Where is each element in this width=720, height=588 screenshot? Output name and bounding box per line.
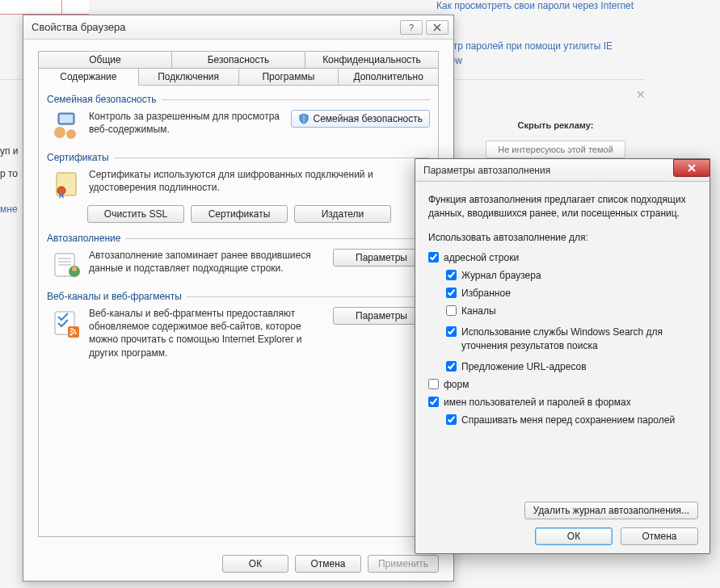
delete-autofill-history-button[interactable]: Удалить журнал автозаполнения...	[524, 502, 698, 519]
checkbox-label: имен пользователей и паролей в формах	[444, 396, 631, 409]
close-icon	[686, 163, 697, 173]
certificate-icon	[50, 168, 82, 200]
clear-ssl-button[interactable]: Очистить SSL	[87, 205, 184, 223]
help-button[interactable]: ?	[400, 20, 423, 35]
ok-button[interactable]: ОК	[535, 527, 613, 545]
checkbox-label: Предложение URL-адресов	[461, 360, 587, 373]
group-title: Веб-каналы и веб-фрагменты	[47, 291, 182, 302]
bg-link[interactable]: orer	[436, 15, 634, 26]
group-text: Сертификаты используются для шифрованных…	[89, 168, 430, 194]
group-feeds: Веб-каналы и веб-фрагменты	[47, 291, 430, 359]
tab-panel-content: Семейная безопасность Контрол	[38, 85, 439, 537]
group-title: Сертификаты	[47, 152, 109, 163]
tab-programs[interactable]: Программы	[238, 68, 339, 86]
family-safety-icon	[50, 110, 82, 142]
check-address-bar: адресной строки	[428, 251, 697, 264]
close-button[interactable]	[426, 20, 448, 35]
tab-security[interactable]: Безопасность	[171, 51, 305, 68]
check-forms: форм	[428, 378, 697, 391]
bg-sidebar-links: Как просмотреть свои пароли через Intern…	[436, 0, 634, 81]
dialog-footer: ОК Отмена Применить	[23, 547, 453, 581]
dialog-title: Параметры автозаполнения	[423, 165, 673, 176]
shield-icon	[298, 113, 309, 124]
ok-button[interactable]: ОК	[222, 555, 288, 573]
bg-hide-ad-label: Скрыть рекламу:	[518, 120, 594, 130]
dialog-footer: Удалить журнал автозаполнения... ОК Отме…	[415, 494, 709, 553]
group-certificates: Сертификаты Сертификаты используются для…	[47, 152, 430, 223]
group-text: Веб-каналы и веб-фрагменты предоставляют…	[89, 307, 333, 359]
group-text: Автозаполнение запоминает ранее вводивши…	[89, 249, 333, 275]
checkbox[interactable]	[428, 379, 439, 389]
checkbox[interactable]	[446, 414, 457, 425]
group-title: Автозаполнение	[47, 233, 120, 244]
checkbox[interactable]	[446, 361, 457, 372]
bg-link[interactable]: Как просмотреть свои пароли через Intern…	[436, 0, 634, 11]
checkbox-label: Использование службы Windows Search для …	[461, 326, 697, 351]
check-channels: Каналы	[446, 304, 697, 317]
svg-point-2	[54, 127, 65, 138]
checkbox-label: Журнал браузера	[461, 269, 541, 282]
tab-general[interactable]: Общие	[38, 51, 172, 68]
bg-close-ad-icon[interactable]: ✕	[635, 89, 646, 100]
tab-strip: Общие Безопасность Конфиденциальность Со…	[38, 51, 439, 537]
group-family-safety: Семейная безопасность Контрол	[47, 94, 430, 142]
svg-rect-13	[68, 326, 79, 338]
dialog-titlebar: Параметры автозаполнения	[415, 159, 709, 182]
checkbox-label: форм	[444, 378, 469, 391]
close-icon	[432, 23, 442, 32]
checkbox[interactable]	[446, 326, 457, 337]
cancel-button[interactable]: Отмена	[295, 555, 361, 573]
publishers-button[interactable]: Издатели	[294, 205, 391, 223]
checkbox-label: Каналы	[461, 304, 496, 317]
bg-link[interactable]: sView	[436, 55, 634, 66]
autofill-use-label: Использовать автозаполнение для:	[428, 232, 697, 243]
checkbox[interactable]	[428, 252, 439, 262]
browser-properties-dialog: Свойства браузера ? Общие Безопасность К…	[23, 15, 454, 582]
tab-connections[interactable]: Подключения	[138, 68, 239, 86]
autofill-description: Функция автозаполнения предлагает список…	[428, 193, 697, 220]
checkbox[interactable]	[428, 397, 439, 407]
checkbox-label: Спрашивать меня перед сохранением пароле…	[461, 414, 675, 426]
apply-button[interactable]: Применить	[368, 555, 439, 573]
check-url-suggest: Предложение URL-адресов	[446, 360, 697, 373]
dialog-titlebar: Свойства браузера ?	[23, 15, 453, 40]
group-title: Семейная безопасность	[47, 94, 157, 105]
check-windows-search: Использование службы Windows Search для …	[446, 326, 697, 351]
group-text: Контроль за разрешенным для просмотра ве…	[89, 110, 291, 136]
feeds-icon	[50, 307, 82, 339]
tab-privacy[interactable]: Конфиденциальность	[305, 51, 439, 68]
bg-link[interactable]: смотр паролей при помощи утилиты IE	[436, 40, 634, 52]
bg-hide-ad-button[interactable]: Не интересуюсь этой темой	[486, 141, 625, 158]
bg-hide-ad: Скрыть рекламу: Не интересуюсь этой темо…	[469, 120, 642, 158]
svg-point-5	[57, 187, 65, 195]
check-usernames-passwords: имен пользователей и паролей в формах	[428, 396, 697, 409]
bg-left-fragment: уп и р то мне	[0, 145, 19, 226]
checkbox-label: адресной строки	[444, 251, 519, 264]
tab-advanced[interactable]: Дополнительно	[338, 68, 439, 86]
tab-content[interactable]: Содержание	[38, 68, 139, 86]
checkbox[interactable]	[446, 288, 457, 298]
svg-rect-1	[60, 115, 73, 123]
svg-point-3	[66, 129, 76, 139]
group-autofill: Автозаполнение	[47, 233, 430, 281]
close-button[interactable]	[673, 159, 710, 177]
certificates-button[interactable]: Сертификаты	[191, 205, 288, 223]
autofill-settings-dialog: Параметры автозаполнения Функция автозап…	[415, 158, 710, 554]
checkbox-label: Избранное	[461, 287, 511, 300]
check-ask-before-save: Спрашивать меня перед сохранением пароле…	[446, 414, 697, 426]
dialog-title: Свойства браузера	[32, 21, 397, 33]
family-safety-button[interactable]: Семейная безопасность	[291, 110, 430, 128]
check-history: Журнал браузера	[446, 269, 697, 282]
checkbox[interactable]	[446, 270, 457, 280]
check-favorites: Избранное	[446, 287, 697, 300]
svg-point-11	[72, 267, 77, 271]
autofill-icon	[50, 249, 82, 281]
bg-top-fragment	[0, 0, 89, 15]
svg-point-14	[70, 334, 73, 336]
cancel-button[interactable]: Отмена	[621, 527, 698, 545]
checkbox[interactable]	[446, 305, 457, 316]
